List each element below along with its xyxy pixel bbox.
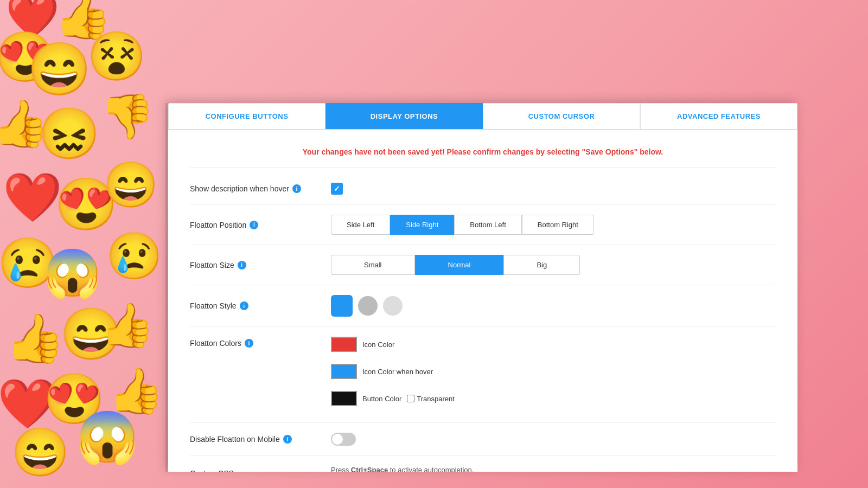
tab-advanced[interactable]: ADVANCED FEATURES [640, 103, 797, 129]
tab-bar: CONFIGURE BUTTONS DISPLAY OPTIONS CUSTOM… [168, 103, 797, 130]
style-outline[interactable] [383, 296, 403, 316]
size-control: Small Normal Big [331, 255, 776, 275]
style-label: Floatton Style i [190, 301, 331, 310]
position-side-right[interactable]: Side Right [390, 215, 454, 235]
row-colors: Floatton Colors i Icon Color Icon Color … [190, 327, 776, 423]
tab-cursor[interactable]: CUSTOM CURSOR [483, 103, 640, 129]
custom-css-hint: Press Ctrl+Space to activate autocomplet… [331, 466, 474, 472]
row-show-description: Show description when hover i [190, 173, 776, 205]
custom-css-shortcut: Ctrl+Space [351, 466, 388, 472]
custom-css-control: Press Ctrl+Space to activate autocomplet… [331, 466, 776, 472]
style-info-icon[interactable]: i [240, 301, 248, 310]
emoji-background: ❤️ 👍 😍 😄 😵 👍 😖 👎 ❤️ 😍 😢 😱 😄 👍 😄 😢 ❤️ 😍 👍… [0, 0, 168, 488]
button-color-label: Button Color [362, 395, 401, 403]
main-panel: CONFIGURE BUTTONS DISPLAY OPTIONS CUSTOM… [168, 103, 797, 472]
disable-mobile-info-icon[interactable]: i [283, 435, 292, 444]
icon-hover-color-swatch[interactable] [331, 364, 357, 379]
disable-mobile-label: Disable Floatton on Mobile i [190, 435, 331, 444]
panel-content: Your changes have not been saved yet! Pl… [168, 130, 797, 472]
transparent-checkbox[interactable] [407, 395, 414, 402]
row-custom-css: Custom CSS Press Ctrl+Space to activate … [190, 456, 776, 472]
tab-configure[interactable]: CONFIGURE BUTTONS [168, 103, 326, 129]
icon-hover-color-row: Icon Color when hover [331, 364, 433, 379]
colors-control: Icon Color Icon Color when hover Button … [331, 337, 776, 413]
show-description-checkbox[interactable] [331, 183, 343, 195]
size-info-icon[interactable]: i [238, 261, 246, 269]
size-button-group: Small Normal Big [331, 255, 580, 275]
size-small[interactable]: Small [331, 255, 415, 275]
show-description-label: Show description when hover i [190, 184, 331, 193]
icon-color-row: Icon Color [331, 337, 394, 352]
icon-hover-color-label: Icon Color when hover [362, 368, 433, 376]
transparent-check-group: Transparent [407, 395, 455, 403]
position-bottom-right[interactable]: Bottom Right [522, 215, 594, 235]
position-info-icon[interactable]: i [250, 221, 258, 229]
row-size: Floatton Size i Small Normal Big [190, 245, 776, 285]
colors-label: Floatton Colors i [190, 337, 331, 348]
row-position: Floatton Position i Side Left Side Right… [190, 205, 776, 245]
tab-display[interactable]: DISPLAY OPTIONS [326, 103, 483, 129]
style-solid[interactable] [331, 295, 353, 317]
position-side-left[interactable]: Side Left [331, 215, 390, 235]
transparent-label: Transparent [417, 395, 455, 403]
size-big[interactable]: Big [503, 255, 580, 275]
size-label: Floatton Size i [190, 261, 331, 269]
style-control [331, 295, 776, 317]
show-description-control [331, 183, 776, 195]
button-color-swatch[interactable] [331, 391, 357, 406]
position-control: Side Left Side Right Bottom Left Bottom … [331, 215, 776, 235]
show-description-info-icon[interactable]: i [292, 184, 301, 193]
row-disable-mobile: Disable Floatton on Mobile i [190, 423, 776, 456]
custom-css-label: Custom CSS [190, 466, 331, 472]
row-style: Floatton Style i [190, 285, 776, 327]
style-light[interactable] [358, 296, 378, 316]
position-bottom-left[interactable]: Bottom Left [454, 215, 521, 235]
disable-mobile-control [331, 433, 776, 446]
icon-color-swatch[interactable] [331, 337, 357, 352]
button-color-row: Button Color Transparent [331, 391, 455, 406]
icon-color-label: Icon Color [362, 341, 394, 349]
disable-mobile-toggle[interactable] [331, 433, 356, 446]
colors-info-icon[interactable]: i [245, 339, 253, 348]
warning-message: Your changes have not been saved yet! Pl… [190, 141, 776, 168]
size-normal[interactable]: Normal [415, 255, 504, 275]
position-button-group: Side Left Side Right Bottom Left Bottom … [331, 215, 594, 235]
position-label: Floatton Position i [190, 221, 331, 229]
